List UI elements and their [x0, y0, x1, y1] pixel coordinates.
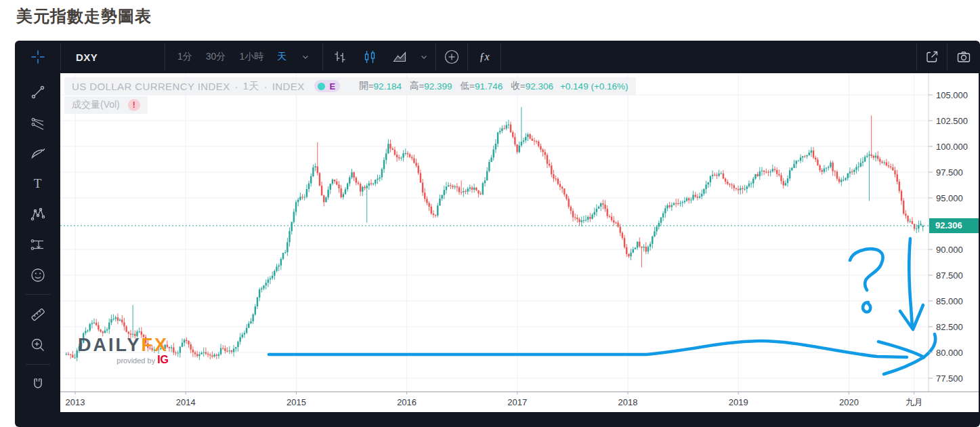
crosshair-icon: [30, 49, 46, 65]
gann-fib-tool-button[interactable]: [23, 107, 53, 138]
compare-button[interactable]: [436, 41, 467, 73]
candles-icon: [362, 49, 378, 65]
text-tool-icon: T: [34, 176, 42, 191]
price-chart[interactable]: 105.000102.500100.00097.50095.00090.0008…: [60, 73, 979, 412]
annotation-down-arrow-shaft[interactable]: [909, 239, 912, 327]
external-link-icon: [924, 49, 940, 65]
trend-line-icon: [29, 83, 47, 101]
price-axis-label: 87.500: [936, 270, 963, 281]
price-axis-label: 85.000: [936, 296, 963, 306]
symbol-legend[interactable]: US DOLLAR CURRENCY INDEX · 1天 · INDEX E …: [64, 77, 636, 95]
interval-1hour[interactable]: 1小時: [239, 51, 263, 63]
close-label: 收=: [511, 80, 525, 92]
volume-legend[interactable]: 成交量(Vol) !: [64, 96, 148, 114]
brush-icon: [29, 144, 47, 162]
drawing-toolbar: T: [15, 73, 60, 427]
annotation-right-arrow-curl[interactable]: [924, 334, 935, 357]
time-axis-label: 2020: [839, 397, 859, 407]
time-axis-label: 2019: [729, 397, 748, 407]
last-price-label: 92.306: [929, 218, 979, 233]
annotation-question-mark[interactable]: [850, 249, 883, 290]
snapshot-button[interactable]: [947, 41, 980, 73]
fib-fan-icon: [29, 114, 47, 131]
price-axis-label: 100.000: [936, 142, 968, 152]
interval-30min[interactable]: 30分: [206, 51, 226, 63]
ohlc-values: 開=92.184 高=92.399 低=91.746 收=92.306 +0.1…: [359, 80, 628, 92]
logo-daily-text: DAILY: [78, 335, 142, 355]
price-axis-label: 80.000: [936, 348, 963, 358]
legend-interval: 1天: [243, 80, 259, 93]
change-value: +0.149 (+0.16%): [560, 81, 629, 92]
bars-icon: [332, 49, 348, 65]
area-style-button[interactable]: [388, 45, 411, 68]
chart-widget: DXY 1分 30分 1小時 天: [15, 41, 980, 427]
text-tool-button[interactable]: T: [23, 168, 53, 199]
toolbar-spacer: [501, 41, 916, 73]
area-icon: [391, 49, 408, 65]
trend-line-tool-button[interactable]: [23, 77, 53, 107]
price-axis-label: 102.500: [936, 116, 968, 126]
interval-dropdown-chevron-icon[interactable]: [301, 53, 310, 61]
candles-style-button[interactable]: [358, 45, 381, 68]
annotation-question-mark-dot[interactable]: [863, 302, 870, 312]
price-axis-label: 82.500: [936, 322, 963, 332]
chart-panel[interactable]: 105.000102.500100.00097.50095.00090.0008…: [60, 73, 979, 412]
projection-tool-button[interactable]: [23, 229, 53, 260]
brush-tool-button[interactable]: [23, 138, 53, 168]
open-external-button[interactable]: [917, 41, 947, 73]
dailyfx-logo: DAILYFX provided byIG: [78, 335, 169, 366]
time-axis-label: 2018: [618, 397, 638, 407]
low-label: 低=: [461, 80, 475, 92]
camera-icon: [956, 49, 972, 65]
open-label: 開=: [359, 80, 373, 92]
price-axis-label: 97.500: [936, 167, 963, 178]
time-axis-label: 2017: [507, 397, 527, 407]
chart-toolbar: DXY 1分 30分 1小時 天: [15, 41, 980, 73]
ig-logo: IG: [157, 354, 169, 365]
time-axis-label: 九月: [906, 397, 923, 407]
high-value: 92.399: [424, 81, 452, 92]
pattern-tool-button[interactable]: [23, 199, 53, 229]
extended-hours-toggle[interactable]: E: [314, 80, 341, 92]
legend-dot: ·: [235, 81, 238, 92]
zoom-in-icon: [29, 336, 47, 354]
interval-group: 1分 30分 1小時 天: [165, 41, 322, 73]
sidebar-separator: [26, 294, 50, 295]
zoom-in-tool-button[interactable]: [23, 329, 53, 360]
magnet-icon: [29, 375, 47, 393]
crosshair-tool-button[interactable]: [15, 41, 60, 73]
smiley-icon: [29, 266, 47, 284]
price-axis-label: 105.000: [936, 90, 968, 100]
sidebar-separator: [26, 364, 50, 365]
measure-tool-button[interactable]: [23, 299, 53, 329]
price-axis-label: 95.000: [936, 193, 963, 203]
ruler-icon: [29, 306, 47, 323]
indicators-button[interactable]: ƒx: [468, 41, 500, 73]
forecast-icon: [29, 236, 47, 253]
legend-dot: ·: [264, 81, 268, 92]
annotation-ellipse-line[interactable]: [269, 341, 907, 357]
volume-warning-icon[interactable]: !: [128, 99, 140, 111]
time-axis-label: 2016: [397, 397, 417, 407]
volume-label: 成交量(Vol): [72, 99, 120, 111]
high-label: 高=: [410, 80, 424, 92]
style-dropdown-chevron-icon[interactable]: [418, 45, 430, 68]
annotation-right-arrow-lower[interactable]: [884, 357, 924, 374]
legend-exchange: INDEX: [272, 81, 305, 92]
bars-style-button[interactable]: [328, 45, 351, 68]
interval-1min[interactable]: 1分: [177, 51, 192, 63]
price-axis-label: 77.500: [936, 373, 963, 384]
annotation-right-arrow-upper[interactable]: [878, 342, 924, 357]
toggle-label: E: [330, 81, 336, 92]
interval-day[interactable]: 天: [277, 51, 286, 63]
time-axis-label: 2015: [286, 397, 306, 407]
symbol-search-button[interactable]: DXY: [61, 41, 165, 73]
low-value: 91.746: [475, 81, 503, 92]
emoji-tool-button[interactable]: [23, 260, 53, 290]
time-axis-label: 2013: [66, 397, 85, 407]
legend-title: US DOLLAR CURRENCY INDEX: [72, 81, 230, 92]
xabcd-pattern-icon: [29, 205, 47, 223]
magnet-tool-button[interactable]: [23, 369, 53, 399]
plus-circle-icon: [443, 48, 461, 66]
open-value: 92.184: [374, 81, 402, 92]
